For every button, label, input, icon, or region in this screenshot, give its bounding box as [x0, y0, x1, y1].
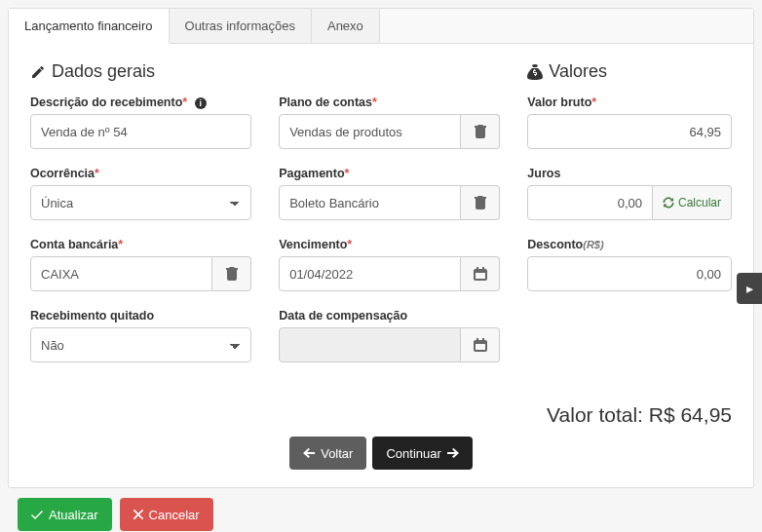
- plano-input[interactable]: [279, 114, 461, 149]
- compensacao-input: [279, 327, 461, 362]
- info-icon[interactable]: i: [195, 97, 207, 109]
- label-descricao: Descrição do recebimento* i: [30, 95, 251, 109]
- tab-lancamento-financeiro[interactable]: Lançamento financeiro: [9, 9, 170, 44]
- vencimento-calendar-button[interactable]: [461, 256, 500, 291]
- calendar-icon: [474, 338, 487, 352]
- label-vencimento: Vencimento*: [279, 238, 500, 251]
- continuar-button[interactable]: Continuar: [372, 437, 472, 470]
- money-bag-icon: [527, 64, 543, 80]
- quitado-select[interactable]: Não: [30, 327, 251, 362]
- juros-input[interactable]: [527, 185, 653, 220]
- compensacao-calendar-button[interactable]: [461, 327, 500, 362]
- label-quitado: Recebimento quitado: [30, 309, 251, 323]
- voltar-button[interactable]: Voltar: [289, 437, 366, 470]
- label-valor-bruto: Valor bruto*: [527, 95, 732, 109]
- trash-icon: [226, 267, 238, 281]
- calcular-button[interactable]: Calcular: [653, 185, 732, 220]
- descricao-input[interactable]: [30, 114, 251, 149]
- edit-icon: [30, 64, 46, 80]
- side-panel-toggle[interactable]: ▸: [737, 273, 762, 304]
- atualizar-button[interactable]: Atualizar: [18, 498, 112, 531]
- trash-icon: [475, 196, 486, 209]
- label-pagamento: Pagamento*: [279, 167, 500, 180]
- arrow-left-icon: [303, 448, 315, 458]
- valor-total: Valor total: R$ 64,95: [30, 403, 732, 427]
- section-valores: Valores: [527, 61, 732, 82]
- refresh-icon: [663, 197, 674, 209]
- close-icon: [133, 510, 143, 519]
- pagamento-input[interactable]: [279, 185, 461, 220]
- tab-outras-informacoes[interactable]: Outras informações: [170, 9, 312, 43]
- label-plano: Plano de contas*: [279, 95, 500, 109]
- label-ocorrencia: Ocorrência*: [30, 167, 251, 180]
- trash-icon: [475, 125, 486, 138]
- label-conta: Conta bancária*: [30, 238, 251, 251]
- conta-clear-button[interactable]: [212, 256, 251, 291]
- conta-input[interactable]: [30, 256, 212, 291]
- cancelar-button[interactable]: Cancelar: [120, 498, 213, 531]
- label-compensacao: Data de compensação: [279, 309, 500, 323]
- valor-bruto-input[interactable]: [527, 114, 732, 149]
- play-icon: ▸: [746, 281, 753, 296]
- desconto-input[interactable]: [527, 256, 732, 291]
- label-desconto: Desconto(R$): [527, 238, 732, 251]
- tabs: Lançamento financeiro Outras informações…: [9, 9, 753, 44]
- vencimento-input[interactable]: [279, 256, 461, 291]
- section-dados-gerais: Dados gerais: [30, 61, 251, 82]
- pagamento-clear-button[interactable]: [461, 185, 500, 220]
- plano-clear-button[interactable]: [461, 114, 500, 149]
- calendar-icon: [474, 267, 487, 281]
- arrow-right-icon: [447, 448, 459, 458]
- tab-anexo[interactable]: Anexo: [312, 9, 380, 43]
- label-juros: Juros: [527, 167, 732, 180]
- check-icon: [31, 510, 43, 519]
- ocorrencia-select[interactable]: Única: [30, 185, 251, 220]
